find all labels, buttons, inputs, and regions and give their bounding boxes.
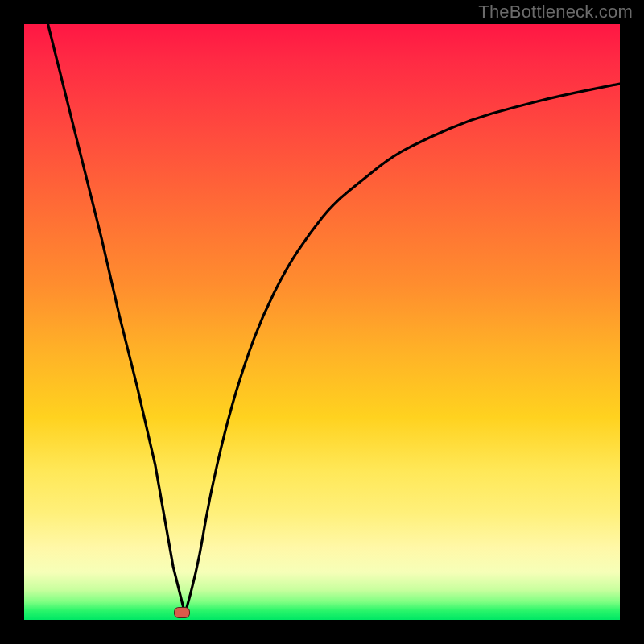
curve-right-branch <box>185 84 620 614</box>
watermark-text: TheBottleneck.com <box>478 2 633 23</box>
plot-area <box>24 24 620 620</box>
bottleneck-curve <box>24 24 620 620</box>
min-marker-dot <box>174 607 190 618</box>
curve-left-branch <box>48 24 185 614</box>
chart-frame: TheBottleneck.com <box>0 0 644 644</box>
